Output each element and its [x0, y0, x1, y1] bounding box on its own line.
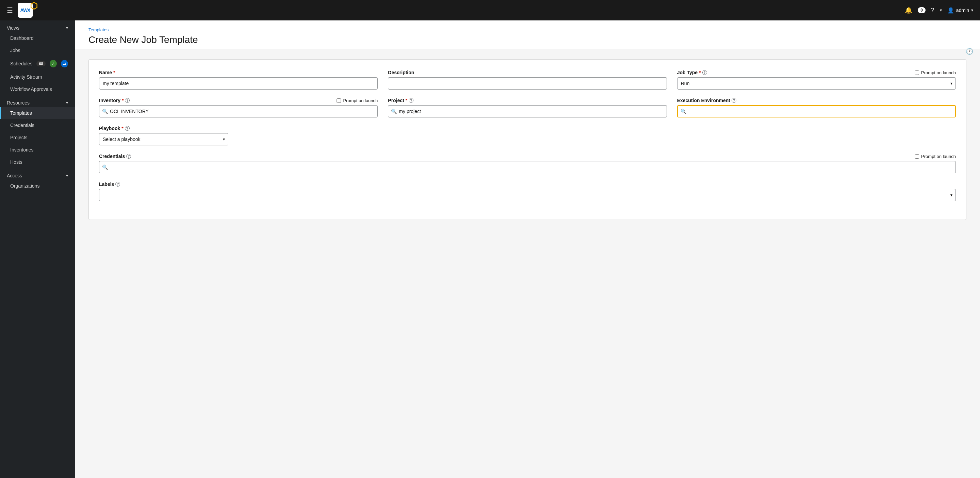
sidebar-item-hosts[interactable]: Hosts [0, 156, 75, 168]
execution-env-field-group: Execution Environment ? 🔍 [677, 98, 956, 118]
topnav: ☰ AWX ⬡ 🔔 0 ? ▾ 👤 admin ▾ [0, 0, 980, 21]
hamburger-menu-icon[interactable]: ☰ [7, 6, 13, 14]
sidebar-item-dashboard[interactable]: Dashboard [0, 32, 75, 44]
app-logo: AWX ⬡ [18, 3, 33, 18]
project-search-wrap[interactable]: 🔍 [388, 105, 667, 118]
project-label: Project * ? [388, 98, 667, 103]
sidebar-item-activity-stream[interactable]: Activity Stream [0, 71, 75, 83]
execution-env-label: Execution Environment ? [677, 98, 956, 103]
project-field-group: Project * ? 🔍 [388, 98, 667, 118]
main-content: Templates Create New Job Template 🕐 Name… [75, 21, 980, 478]
credentials-prompt-checkbox[interactable] [915, 154, 919, 159]
name-required-star: * [113, 70, 115, 75]
project-help-icon[interactable]: ? [409, 98, 414, 103]
execution-env-input[interactable] [688, 108, 953, 114]
job-type-prompt-group: Prompt on launch [915, 70, 956, 75]
description-field-group: Description [388, 70, 667, 89]
labels-field-group: Labels ? ▾ [99, 182, 956, 201]
labels-select[interactable] [99, 189, 956, 201]
playbook-select[interactable]: Select a playbook [99, 133, 228, 145]
job-type-select[interactable]: Run [677, 77, 956, 89]
job-type-help-icon[interactable]: ? [702, 70, 707, 75]
inventory-input[interactable] [110, 108, 375, 114]
execution-env-search-wrap[interactable]: 🔍 [677, 105, 956, 118]
breadcrumb[interactable]: Templates [89, 27, 966, 32]
playbook-required-star: * [121, 126, 123, 131]
sidebar: Views ▾ Dashboard Jobs Schedules 68 ✓ ⇄ … [0, 21, 75, 478]
schedules-count-badge: 68 [37, 61, 45, 66]
form-row-4: Credentials ? Prompt on launch 🔍 [99, 153, 956, 173]
credentials-field-group: Credentials ? Prompt on launch 🔍 [99, 153, 956, 173]
playbook-label: Playbook * ? [99, 126, 228, 131]
execution-env-help-icon[interactable]: ? [732, 98, 737, 103]
credentials-prompt-group: Prompt on launch [915, 154, 956, 159]
job-type-field-group: Job Type * ? Prompt on launch Run [677, 70, 956, 89]
schedules-green-badge: ✓ [50, 60, 57, 67]
access-section-header: Access ▾ [0, 168, 75, 180]
resources-chevron-icon[interactable]: ▾ [66, 100, 68, 105]
form-row-3: Playbook * ? Select a playbook ▾ [99, 126, 956, 145]
topnav-right: 🔔 0 ? ▾ 👤 admin ▾ [905, 6, 973, 14]
description-label: Description [388, 70, 667, 75]
help-icon[interactable]: ? [931, 7, 934, 14]
inventory-label: Inventory * ? [99, 98, 130, 103]
help-chevron-icon[interactable]: ▾ [940, 8, 942, 13]
user-chevron-icon[interactable]: ▾ [971, 8, 973, 13]
inventory-label-row: Inventory * ? Prompt on launch [99, 98, 378, 103]
job-type-prompt-checkbox[interactable] [915, 70, 919, 75]
description-input[interactable] [388, 77, 667, 89]
history-icon[interactable]: 🕐 [966, 48, 973, 55]
inventory-search-icon: 🔍 [102, 108, 108, 114]
labels-label: Labels ? [99, 182, 956, 187]
job-type-required-star: * [699, 70, 701, 75]
execution-env-search-icon: 🔍 [681, 108, 686, 114]
credentials-label-row: Credentials ? Prompt on launch [99, 153, 956, 159]
form-row-1: Name * Description [99, 70, 956, 89]
labels-select-wrap: ▾ [99, 189, 956, 201]
playbook-field-group: Playbook * ? Select a playbook ▾ [99, 126, 228, 145]
inventory-help-icon[interactable]: ? [125, 98, 130, 103]
credentials-search-icon: 🔍 [102, 164, 108, 170]
notification-count-badge: 0 [918, 7, 926, 13]
project-input[interactable] [399, 108, 663, 114]
sidebar-item-jobs[interactable]: Jobs [0, 44, 75, 57]
resources-section-header: Resources ▾ [0, 95, 75, 107]
credentials-help-icon[interactable]: ? [126, 154, 131, 159]
credentials-search-wrap[interactable]: 🔍 [99, 161, 956, 173]
sidebar-item-templates[interactable]: Templates [0, 107, 75, 119]
sidebar-item-credentials[interactable]: Credentials [0, 119, 75, 131]
form-card: Name * Description [89, 59, 966, 220]
notifications-bell-icon[interactable]: 🔔 [905, 6, 912, 14]
inventory-required-star: * [122, 98, 124, 103]
sidebar-item-inventories[interactable]: Inventories [0, 144, 75, 156]
user-menu[interactable]: 👤 admin ▾ [947, 7, 973, 14]
job-type-select-wrap: Run ▾ [677, 77, 956, 89]
name-input[interactable] [99, 77, 378, 89]
credentials-input[interactable] [110, 164, 953, 170]
hex-decoration: ⬡ [30, 1, 37, 11]
job-type-label-row: Job Type * ? Prompt on launch [677, 70, 956, 75]
project-required-star: * [406, 98, 407, 103]
playbook-help-icon[interactable]: ? [125, 126, 130, 131]
inventory-search-wrap[interactable]: 🔍 [99, 105, 378, 118]
name-field-group: Name * [99, 70, 378, 89]
logo-icon: AWX ⬡ [18, 3, 33, 18]
form-row-5: Labels ? ▾ [99, 182, 956, 201]
views-section-header: Views ▾ [0, 21, 75, 32]
form-row-2: Inventory * ? Prompt on launch 🔍 [99, 98, 956, 118]
sidebar-item-workflow-approvals[interactable]: Workflow Approvals [0, 83, 75, 95]
content-header: Templates Create New Job Template 🕐 [75, 21, 980, 49]
sidebar-item-projects[interactable]: Projects [0, 131, 75, 144]
page-title: Create New Job Template [89, 34, 966, 45]
views-chevron-icon[interactable]: ▾ [66, 25, 68, 30]
inventory-field-group: Inventory * ? Prompt on launch 🔍 [99, 98, 378, 118]
sidebar-item-schedules[interactable]: Schedules 68 ✓ ⇄ [0, 57, 75, 71]
credentials-label: Credentials ? [99, 153, 131, 159]
form-area: Name * Description [75, 49, 980, 478]
inventory-prompt-checkbox[interactable] [337, 99, 341, 103]
schedules-blue-badge: ⇄ [61, 60, 68, 67]
labels-help-icon[interactable]: ? [115, 182, 120, 186]
access-chevron-icon[interactable]: ▾ [66, 173, 68, 178]
project-search-icon: 🔍 [391, 108, 397, 114]
sidebar-item-organizations[interactable]: Organizations [0, 180, 75, 192]
